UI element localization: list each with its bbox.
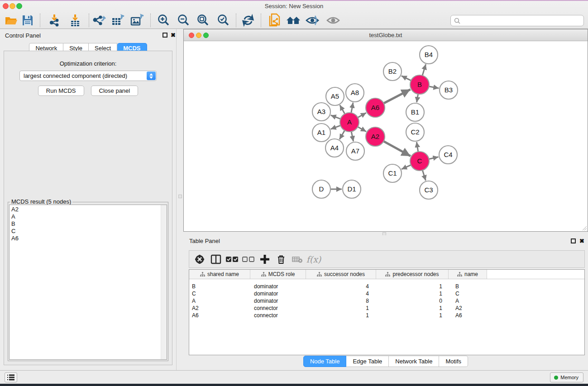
tab-motifs[interactable]: Motifs [439, 356, 468, 367]
window-resize-grip[interactable] [582, 225, 587, 231]
home-views-icon[interactable] [286, 13, 301, 28]
cell-shared-name[interactable]: A6 [189, 312, 250, 319]
node-table[interactable]: shared nameMCDS rolesuccessor nodesprede… [189, 269, 585, 355]
cell-MCDS-role[interactable]: dominator [250, 298, 306, 304]
edge-C-C1[interactable] [402, 165, 411, 169]
edge-B-B3[interactable] [429, 86, 439, 88]
cell-name[interactable]: A [449, 298, 487, 304]
import-network-icon[interactable] [47, 13, 62, 28]
edge-C-C2[interactable] [416, 142, 418, 152]
zoom-in-icon[interactable] [156, 13, 171, 28]
zoom-out-icon[interactable] [176, 13, 191, 28]
zoom-selected-icon[interactable] [215, 13, 231, 28]
edge-A-A8[interactable] [351, 103, 353, 114]
close-panel-button[interactable]: Close panel [91, 86, 139, 96]
edge-C-C3[interactable] [422, 170, 425, 181]
zoom-fit-icon[interactable] [195, 13, 210, 28]
column-header-successor-nodes[interactable]: successor nodes [306, 270, 376, 279]
delete-table-icon[interactable] [289, 255, 306, 263]
cell-MCDS-role[interactable]: dominator [250, 291, 306, 297]
cell-successor-nodes[interactable]: 4 [306, 283, 376, 290]
cell-name[interactable]: C [449, 291, 487, 297]
float-table-panel-icon[interactable] [571, 238, 576, 243]
task-history-button[interactable] [5, 372, 17, 382]
delete-column-icon[interactable] [273, 254, 289, 264]
edge-B-B4[interactable] [422, 64, 426, 76]
mcds-result-list[interactable]: A2ABCA6 [9, 205, 167, 360]
column-header-shared-name[interactable]: shared name [189, 270, 250, 279]
cell-predecessor-nodes[interactable]: 1 [376, 312, 449, 319]
tab-edge-table[interactable]: Edge Table [346, 356, 389, 367]
mcds-result-item[interactable]: C [10, 228, 167, 235]
cell-successor-nodes[interactable]: 1 [306, 305, 376, 311]
edge-A-A1[interactable] [331, 125, 341, 129]
tab-network-table[interactable]: Network Table [389, 356, 439, 367]
edge-C-C4[interactable] [429, 157, 439, 159]
cell-shared-name[interactable]: A [189, 298, 250, 304]
edge-A-A2[interactable] [357, 127, 366, 132]
cell-shared-name[interactable]: B [189, 283, 250, 290]
column-header-MCDS-role[interactable]: MCDS role [250, 270, 306, 279]
cell-predecessor-nodes[interactable]: 1 [376, 305, 449, 311]
network-window-titlebar[interactable]: testGlobe.txt [184, 29, 588, 41]
search-input[interactable] [450, 15, 584, 26]
criterion-dropdown[interactable]: largest connected component (directed) [19, 71, 157, 81]
cell-successor-nodes[interactable]: 8 [306, 298, 376, 304]
function-builder-icon[interactable]: f(x) [306, 254, 322, 264]
column-header-predecessor-nodes[interactable]: predecessor nodes [376, 270, 449, 279]
cell-shared-name[interactable]: A2 [189, 305, 250, 311]
open-session-icon[interactable] [4, 13, 19, 28]
hide-selected-eye-icon[interactable] [305, 13, 320, 28]
mcds-result-item[interactable]: A2 [10, 206, 167, 213]
close-panel-icon[interactable]: ✖ [171, 32, 176, 38]
scrollbar-track[interactable] [161, 205, 167, 359]
cell-predecessor-nodes[interactable]: 0 [376, 298, 449, 304]
cell-name[interactable]: B [449, 283, 487, 290]
table-row[interactable]: Bdominator41B [189, 283, 584, 290]
close-table-panel-icon[interactable]: ✖ [579, 238, 584, 244]
edge-A2-C[interactable] [383, 141, 411, 156]
tab-node-table[interactable]: Node Table [303, 356, 347, 367]
mcds-result-item[interactable]: B [10, 220, 167, 228]
table-row[interactable]: Adominator80A [189, 297, 584, 305]
select-all-checkboxes-icon[interactable] [224, 256, 240, 263]
export-network-icon[interactable] [91, 13, 106, 28]
cell-predecessor-nodes[interactable]: 1 [376, 283, 449, 290]
column-header-name[interactable]: name [449, 270, 487, 279]
table-settings-icon[interactable] [191, 254, 208, 264]
mcds-result-item[interactable]: A6 [10, 235, 167, 242]
deselect-all-checkboxes-icon[interactable] [240, 256, 257, 263]
memory-button[interactable]: Memory [550, 372, 583, 382]
save-session-icon[interactable] [20, 13, 35, 28]
cell-name[interactable]: A6 [449, 312, 487, 319]
mcds-result-item[interactable]: A [10, 213, 167, 220]
edge-B-B1[interactable] [417, 94, 418, 103]
add-column-icon[interactable] [257, 254, 273, 264]
cell-predecessor-nodes[interactable]: 1 [376, 291, 449, 297]
cell-shared-name[interactable]: C [189, 291, 250, 297]
edge-A-A4[interactable] [339, 130, 345, 139]
export-table-icon[interactable] [110, 13, 126, 28]
table-row[interactable]: Cdominator41C [189, 290, 584, 297]
show-hidden-eye-icon[interactable] [325, 13, 341, 28]
edge-A6-B[interactable] [383, 90, 411, 104]
cell-MCDS-role[interactable]: connector [250, 305, 306, 311]
show-column-icon[interactable] [208, 254, 224, 264]
edge-A-A6[interactable] [357, 113, 366, 118]
import-table-icon[interactable] [67, 13, 83, 28]
cell-successor-nodes[interactable]: 4 [306, 291, 376, 297]
table-row[interactable]: A6connector11A6 [189, 312, 584, 319]
refresh-view-icon[interactable] [240, 13, 256, 28]
cell-name[interactable]: A2 [449, 305, 487, 311]
edge-A-A3[interactable] [331, 115, 341, 119]
edge-A-A5[interactable] [340, 105, 345, 114]
float-panel-icon[interactable] [163, 33, 167, 38]
cell-successor-nodes[interactable]: 1 [306, 312, 376, 319]
edge-B-B2[interactable] [402, 76, 411, 81]
edge-A-A7[interactable] [351, 131, 354, 142]
run-mcds-button[interactable]: Run MCDS [38, 86, 84, 96]
export-image-icon[interactable] [129, 13, 145, 28]
cell-MCDS-role[interactable]: dominator [250, 283, 306, 290]
vertical-splitter-handle[interactable] [178, 195, 182, 198]
table-row[interactable]: A2connector11A2 [189, 305, 584, 312]
